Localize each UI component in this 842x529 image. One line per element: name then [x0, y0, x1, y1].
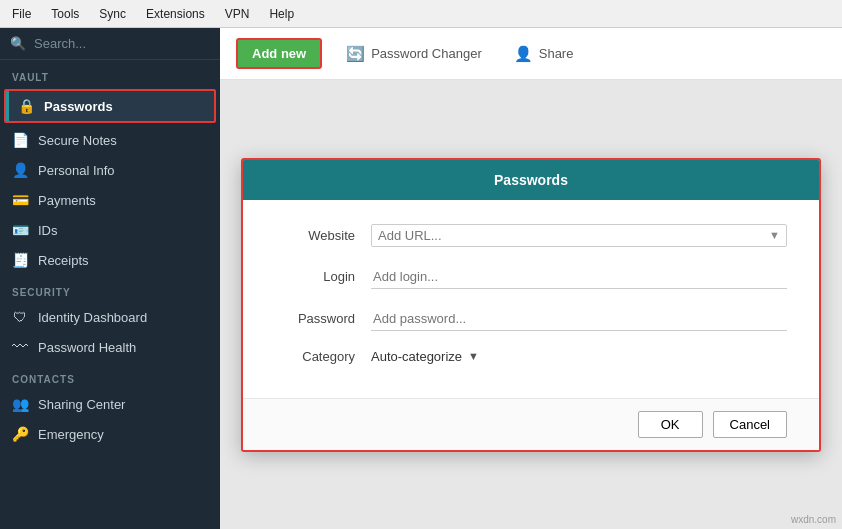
main-content: Add new 🔄 Password Changer 👤 Share Passw… [220, 28, 842, 529]
category-label: Category [275, 349, 355, 364]
sidebar-item-personal-info[interactable]: 👤 Personal Info [0, 155, 220, 185]
app-body: 🔍 VAULT 🔒 Passwords 📄 Secure Notes 👤 Per… [0, 28, 842, 529]
toolbar: Add new 🔄 Password Changer 👤 Share [220, 28, 842, 80]
login-label: Login [275, 269, 355, 284]
dialog-title: Passwords [494, 172, 568, 188]
passwords-dialog: Passwords Website ▼ [241, 158, 821, 452]
sidebar-item-emergency[interactable]: 🔑 Emergency [0, 419, 220, 449]
dialog-footer: OK Cancel [243, 398, 819, 450]
share-action[interactable]: 👤 Share [506, 41, 582, 67]
key-icon: 🔑 [12, 426, 28, 442]
sidebar: 🔍 VAULT 🔒 Passwords 📄 Secure Notes 👤 Per… [0, 28, 220, 529]
sidebar-item-label: Passwords [44, 99, 113, 114]
share-icon: 👥 [12, 396, 28, 412]
sidebar-item-password-health[interactable]: 〰 Password Health [0, 332, 220, 362]
dialog-body: Website ▼ Login [243, 200, 819, 398]
dropdown-icon[interactable]: ▼ [769, 229, 780, 241]
vault-section-label: VAULT [0, 60, 220, 87]
wave-icon: 〰 [12, 339, 28, 355]
password-changer-label: Password Changer [371, 46, 482, 61]
category-value: Auto-categorize [371, 349, 462, 364]
sidebar-item-label: Emergency [38, 427, 104, 442]
website-input[interactable] [378, 228, 769, 243]
sidebar-item-label: Sharing Center [38, 397, 125, 412]
share-label: Share [539, 46, 574, 61]
sidebar-item-label: Password Health [38, 340, 136, 355]
category-chevron-icon[interactable]: ▼ [468, 350, 479, 362]
receipt-icon: 🧾 [12, 252, 28, 268]
menu-sync[interactable]: Sync [95, 5, 130, 23]
shield-icon: 🛡 [12, 309, 28, 325]
cancel-button[interactable]: Cancel [713, 411, 787, 438]
menu-help[interactable]: Help [265, 5, 298, 23]
sidebar-item-label: Payments [38, 193, 96, 208]
security-section-label: SECURITY [0, 275, 220, 302]
add-new-button[interactable]: Add new [236, 38, 322, 69]
search-icon: 🔍 [10, 36, 26, 51]
refresh-icon: 🔄 [346, 45, 365, 63]
website-row: Website ▼ [275, 224, 787, 247]
person-icon: 👤 [12, 162, 28, 178]
search-bar[interactable]: 🔍 [0, 28, 220, 60]
sidebar-item-secure-notes[interactable]: 📄 Secure Notes [0, 125, 220, 155]
password-label: Password [275, 311, 355, 326]
content-area: Passwords Website ▼ [220, 80, 842, 529]
sidebar-item-label: IDs [38, 223, 58, 238]
sidebar-item-passwords[interactable]: 🔒 Passwords [6, 91, 214, 121]
note-icon: 📄 [12, 132, 28, 148]
ok-button[interactable]: OK [638, 411, 703, 438]
sidebar-item-receipts[interactable]: 🧾 Receipts [0, 245, 220, 275]
password-row: Password [275, 307, 787, 331]
sidebar-item-payments[interactable]: 💳 Payments [0, 185, 220, 215]
menu-extensions[interactable]: Extensions [142, 5, 209, 23]
website-input-wrapper[interactable]: ▼ [371, 224, 787, 247]
id-icon: 🪪 [12, 222, 28, 238]
menu-file[interactable]: File [8, 5, 35, 23]
sidebar-item-ids[interactable]: 🪪 IDs [0, 215, 220, 245]
search-input[interactable] [34, 36, 210, 51]
menu-tools[interactable]: Tools [47, 5, 83, 23]
sidebar-item-label: Receipts [38, 253, 89, 268]
passwords-active-border: 🔒 Passwords [4, 89, 216, 123]
menubar: File Tools Sync Extensions VPN Help [0, 0, 842, 28]
dialog-overlay: Passwords Website ▼ [220, 80, 842, 529]
dialog-header: Passwords [243, 160, 819, 200]
share-people-icon: 👤 [514, 45, 533, 63]
category-row: Category Auto-categorize ▼ [275, 349, 787, 364]
password-input[interactable] [371, 307, 787, 331]
sidebar-item-identity-dashboard[interactable]: 🛡 Identity Dashboard [0, 302, 220, 332]
lock-icon: 🔒 [18, 98, 34, 114]
card-icon: 💳 [12, 192, 28, 208]
login-input[interactable] [371, 265, 787, 289]
category-wrapper[interactable]: Auto-categorize ▼ [371, 349, 479, 364]
sidebar-item-label: Personal Info [38, 163, 115, 178]
sidebar-item-label: Identity Dashboard [38, 310, 147, 325]
menu-vpn[interactable]: VPN [221, 5, 254, 23]
login-row: Login [275, 265, 787, 289]
sidebar-item-sharing-center[interactable]: 👥 Sharing Center [0, 389, 220, 419]
website-label: Website [275, 228, 355, 243]
contacts-section-label: CONTACTS [0, 362, 220, 389]
sidebar-item-label: Secure Notes [38, 133, 117, 148]
password-changer-action[interactable]: 🔄 Password Changer [338, 41, 490, 67]
